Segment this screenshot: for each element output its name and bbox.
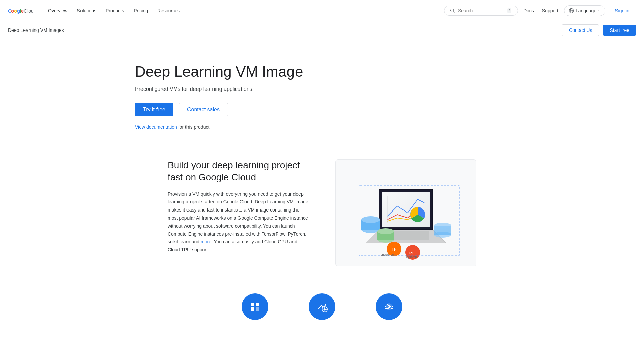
icon-circle-1 (241, 293, 268, 320)
search-input[interactable] (458, 8, 505, 13)
svg-text:o: o (14, 8, 17, 14)
google-cloud-logo-svg: G o o g l e Cloud (8, 7, 33, 15)
svg-point-46 (386, 303, 392, 310)
hero-buttons: Try it free Contact sales (135, 103, 336, 116)
nav-products[interactable]: Products (102, 5, 128, 16)
sub-nav-actions: Contact Us Start free (562, 24, 636, 36)
google-cloud-logo[interactable]: G o o g l e Cloud (8, 7, 33, 15)
svg-text:Cloud: Cloud (24, 8, 33, 14)
sub-nav: Deep Learning VM Images Contact Us Start… (0, 21, 644, 39)
chevron-down-icon (598, 9, 601, 12)
language-button[interactable]: Language (564, 5, 605, 16)
hero-subtitle: Preconfigured VMs for deep learning appl… (135, 86, 336, 92)
docs-link[interactable]: Docs (521, 5, 537, 16)
bottom-icons-row (0, 287, 644, 334)
icon-circle-2 (309, 293, 335, 320)
hero-wrapper: Deep Learning VM Image Preconfigured VMs… (0, 39, 644, 146)
sub-nav-title: Deep Learning VM Images (8, 27, 64, 33)
settings-chart-icon (315, 300, 329, 313)
svg-text:o: o (11, 8, 14, 14)
svg-rect-38 (251, 307, 254, 311)
hero-title: Deep Learning VM Image (135, 63, 336, 81)
svg-rect-36 (251, 303, 254, 306)
feature-icon-3 (376, 293, 402, 320)
svg-text:PT: PT (409, 251, 414, 255)
svg-rect-37 (256, 303, 259, 306)
svg-point-22 (361, 216, 380, 223)
support-link[interactable]: Support (539, 5, 561, 16)
contact-us-button[interactable]: Contact Us (562, 24, 599, 36)
search-box[interactable]: / (444, 6, 518, 16)
doc-link-suffix: for this product. (177, 124, 211, 130)
feature-icon-1 (241, 293, 268, 320)
feature-section: Build your deep learning project fast on… (121, 146, 523, 287)
feature-desc-text: Provision a VM quickly with everything y… (168, 191, 308, 245)
view-documentation-link[interactable]: View documentation (135, 124, 177, 130)
svg-point-25 (377, 228, 394, 234)
feature-description: Provision a VM quickly with everything y… (168, 190, 309, 254)
language-label: Language (576, 8, 596, 13)
nav-solutions[interactable]: Solutions (73, 5, 100, 16)
feature-icon-2 (309, 293, 335, 320)
sign-in-button[interactable]: Sign in (608, 5, 636, 16)
svg-text:TF: TF (392, 247, 397, 252)
nav-resources[interactable]: Resources (153, 5, 184, 16)
svg-point-28 (434, 223, 451, 229)
hero-section: Deep Learning VM Image Preconfigured VMs… (135, 39, 336, 146)
svg-text:TensorFlow: TensorFlow (379, 253, 395, 256)
grid-icon (248, 300, 262, 313)
feature-title: Build your deep learning project fast on… (168, 159, 309, 184)
feature-illustration: TF PT TensorFlow PyTorch (335, 159, 476, 266)
laptop-illustration-svg: TF PT TensorFlow PyTorch (339, 163, 473, 263)
doc-link-paragraph: View documentation for this product. (135, 124, 336, 130)
svg-line-8 (453, 12, 454, 13)
nav-right: / Docs Support Language Sign in (444, 5, 636, 16)
svg-point-45 (324, 308, 326, 310)
globe-icon (568, 8, 574, 14)
svg-rect-39 (256, 307, 259, 311)
feature-more-link[interactable]: more (201, 239, 211, 244)
try-it-free-button[interactable]: Try it free (135, 103, 173, 116)
top-nav: G o o g l e Cloud Overview Solutions Pro… (0, 0, 644, 21)
start-free-button[interactable]: Start free (603, 25, 636, 36)
code-arrow-icon (382, 300, 396, 313)
icon-circle-3 (376, 293, 402, 320)
nav-links: Overview Solutions Products Pricing Reso… (44, 5, 444, 16)
nav-pricing[interactable]: Pricing (129, 5, 152, 16)
search-shortcut: / (507, 8, 511, 13)
contact-sales-button[interactable]: Contact sales (179, 103, 228, 116)
nav-overview[interactable]: Overview (44, 5, 71, 16)
feature-text: Build your deep learning project fast on… (168, 159, 309, 254)
svg-text:PyTorch: PyTorch (406, 255, 417, 259)
search-icon (450, 8, 455, 13)
